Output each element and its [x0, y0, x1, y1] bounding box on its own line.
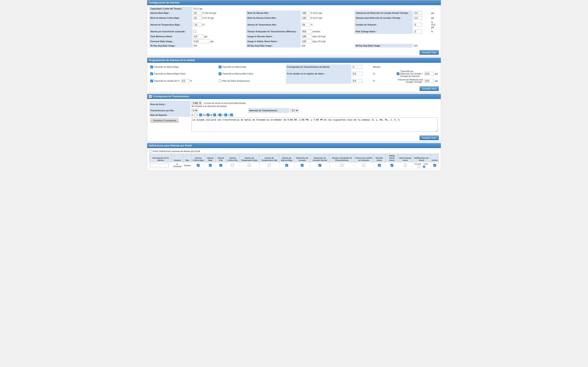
day-mi-checkbox[interactable] — [213, 114, 216, 116]
trans-dia-label: Transmisiones por Día : — [149, 108, 190, 113]
temp-baja-checkbox[interactable] — [248, 164, 251, 167]
table-row: Nivel de Alarma Crítica Baja : % 51.32 g… — [149, 16, 439, 20]
schedule-textarea[interactable]: La unidad iniciará una transferencia de … — [191, 117, 438, 132]
table-row: Visualizar Cronograma La unidad iniciará… — [149, 117, 439, 133]
include-inactive-checkbox[interactable] — [149, 150, 152, 152]
alarma-critica-alta-input[interactable] — [302, 16, 310, 20]
temp-alta-checkbox[interactable] — [268, 164, 271, 167]
dias-label: Días de Reporte : — [149, 113, 190, 117]
tiempo-anticipado-checkbox[interactable] — [341, 164, 343, 167]
safety-stock-checkbox[interactable] — [391, 164, 393, 167]
row-safety-stock — [385, 162, 398, 169]
intervalo-select[interactable]: 5 h — [290, 108, 299, 112]
radio-normal[interactable] — [418, 165, 420, 168]
alta-checkbox[interactable] — [220, 164, 222, 167]
radio-corto[interactable] — [423, 165, 425, 168]
day-s-label: S — [228, 114, 229, 116]
histeresis-input[interactable] — [424, 79, 434, 83]
critica-alta-checkbox[interactable] — [231, 164, 234, 167]
cambio-volumen-checkbox[interactable] — [362, 164, 365, 167]
days-row: D L Ma Mi J V S — [191, 114, 438, 116]
hora-inicio-select[interactable]: 9 AM — [191, 101, 202, 105]
hora-inicio-cell: 9 AM La hora de inicies la hora local de… — [190, 100, 248, 108]
pct-cambio-suffix: % — [372, 69, 396, 78]
alarma-nivel-bajo-input[interactable] — [194, 11, 202, 15]
tank-min-suffix: gal — [204, 35, 207, 38]
rate-change-checkbox[interactable] — [404, 164, 407, 167]
trans-dia-cell: 3 — [190, 108, 248, 113]
bateria-baja-checkbox[interactable] — [285, 164, 288, 167]
filtro-checkbox[interactable] — [219, 80, 221, 82]
table-row: Alarma por transmisión esperada : Tiempo… — [149, 29, 439, 34]
cambio-volumen-input[interactable] — [414, 23, 422, 26]
rate-change-input[interactable] — [414, 30, 422, 33]
row-baja — [205, 162, 216, 169]
view-schedule-button[interactable]: Visualizar Cronograma — [150, 118, 179, 123]
cronograma-cell — [351, 64, 372, 69]
llenado-parcial-checkbox[interactable] — [318, 164, 321, 167]
row-llenado — [294, 162, 310, 169]
col-bateria-baja: Alarma de Batería Baja — [279, 154, 294, 162]
tiempo-anticipado-input[interactable] — [302, 30, 312, 33]
filtro-cell: Filtro de Datos Sospechosos — [218, 78, 286, 84]
trans-dia-select[interactable]: 3 — [191, 108, 198, 112]
vol-drenaje-input[interactable] — [414, 16, 422, 20]
baja-checkbox[interactable] — [209, 164, 212, 167]
pct-cambio-input[interactable] — [352, 72, 363, 75]
transmit-high-label: Transmitir en Alarma Alta — [219, 66, 285, 68]
transmit-crit-low-label: Transmitir en Alarma Baja Critica — [150, 72, 217, 75]
alarma-nivel-alto-input[interactable] — [302, 11, 310, 15]
col-notif-email: Notificación por Email — [412, 154, 431, 162]
tank-min-input[interactable] — [194, 34, 204, 38]
transmit-pct-checkbox[interactable] — [150, 80, 153, 82]
alarma-temp-alta-input[interactable] — [302, 23, 310, 26]
histeresis-suffix: gal — [435, 80, 438, 82]
forecast-input[interactable] — [194, 40, 210, 43]
email-def-title: Definiciones para Alarmas por Email — [149, 144, 192, 147]
radio-normal-label: Normal — [415, 163, 421, 165]
tiempo-anticipado-label: Tiempo Anticipado de Transmisiones (Minu… — [246, 29, 301, 34]
day-s-checkbox[interactable] — [230, 114, 233, 116]
col-descripcion: Descripción de la alarma — [149, 154, 172, 162]
row-tipo: Tanque — [183, 162, 191, 169]
cronograma-input[interactable] — [352, 65, 363, 69]
transmit-fill-input[interactable] — [424, 72, 434, 75]
alarm-config-save-row: Guardar Todo — [147, 49, 441, 56]
col-safety-stock: Safety Stock Alarm — [385, 154, 398, 162]
llenado-checkbox[interactable] — [301, 164, 303, 167]
day-d-checkbox[interactable] — [194, 114, 197, 116]
schedule-save-button[interactable]: Guardar Todo — [420, 136, 439, 140]
activo-checkbox[interactable] — [433, 164, 436, 167]
tiempo-anticipado-suffix: minutes — [313, 30, 320, 33]
alarma-trans-checkbox[interactable] — [194, 30, 196, 33]
tiempo-anticipado-cell: minutes — [301, 29, 348, 34]
alarma-critica-baja-input[interactable] — [194, 16, 202, 20]
usage-safety-label: Usage to Safety Stock Alarm : — [246, 39, 301, 44]
day-v-checkbox[interactable] — [224, 114, 227, 116]
col-llenado-parcial: Detección de Llenado Parcial — [310, 154, 329, 162]
usage-safety-input[interactable] — [302, 40, 312, 43]
transmit-pct-input[interactable] — [181, 79, 189, 83]
day-ma-checkbox[interactable] — [207, 114, 209, 116]
collapse-icon[interactable]: ⊟ — [149, 95, 152, 98]
descripcion-input[interactable] — [150, 164, 169, 167]
unit-alarm-save-button[interactable]: Guardar Todo — [420, 86, 439, 91]
filtro-pct-input[interactable] — [352, 79, 363, 83]
usage-reorder-input[interactable] — [302, 34, 312, 38]
day-l-checkbox[interactable] — [199, 114, 202, 116]
critica-baja-checkbox[interactable] — [197, 164, 199, 167]
intervalo-cell: 5 h — [289, 108, 439, 113]
reorder-checkbox[interactable] — [378, 164, 381, 167]
table-row: Transmitir en cambio de % % Filtro de Da… — [149, 78, 439, 84]
transmit-fill-checkbox[interactable] — [397, 72, 400, 75]
alarm-config-save-button[interactable]: Guardar Todo — [420, 50, 439, 55]
day-j-checkbox[interactable] — [219, 114, 221, 116]
transmit-low-checkbox[interactable] — [150, 66, 153, 68]
transmit-crit-high-checkbox[interactable] — [219, 72, 221, 75]
transmit-crit-low-checkbox[interactable] — [150, 72, 153, 75]
vol-llenado-input[interactable] — [414, 11, 422, 15]
transmit-high-checkbox[interactable] — [219, 66, 221, 68]
alarma-temp-baja-input[interactable] — [194, 23, 202, 26]
forecast-cell: gal — [193, 39, 240, 44]
alarma-critica-alta-cell: % 513.2 gal — [301, 16, 348, 20]
